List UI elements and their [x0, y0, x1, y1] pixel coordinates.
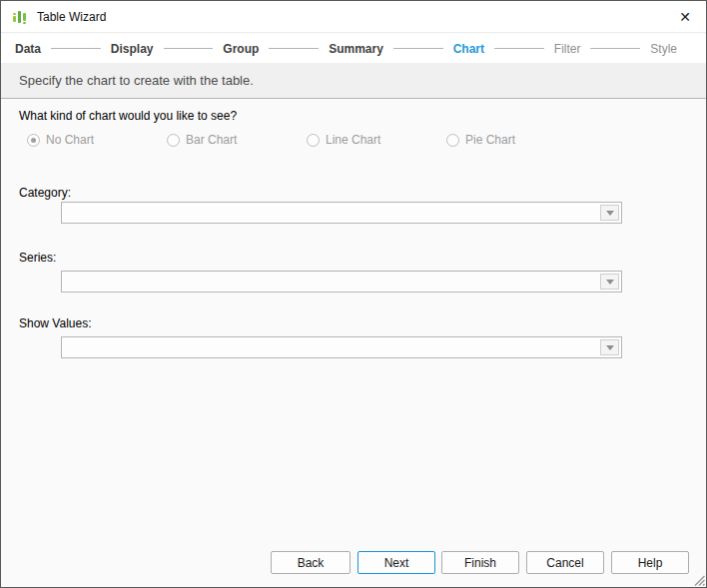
table-wizard-dialog: Table Wizard ✕ Data Display Group Summar…	[0, 0, 707, 588]
chart-type-question: What kind of chart would you like to see…	[19, 109, 237, 123]
banner-text: Specify the chart to create with the tab…	[19, 73, 254, 88]
chevron-down-icon	[606, 345, 614, 350]
category-dropdown[interactable]	[61, 202, 622, 224]
category-label: Category:	[19, 186, 71, 200]
chart-type-options: No Chart Bar Chart Line Chart Pie Chart	[27, 133, 586, 147]
window-title: Table Wizard	[37, 10, 106, 24]
table-wizard-chart-icon	[12, 9, 28, 25]
radio-label: No Chart	[46, 133, 94, 147]
step-chart[interactable]: Chart	[453, 42, 484, 56]
step-connector	[164, 48, 214, 49]
step-data[interactable]: Data	[15, 42, 41, 56]
wizard-step-nav: Data Display Group Summary Chart Filter …	[1, 34, 706, 63]
step-connector	[269, 48, 319, 49]
radio-label: Line Chart	[326, 133, 380, 147]
chevron-down-icon	[606, 211, 614, 216]
category-dropdown-button[interactable]	[600, 205, 619, 221]
radio-icon	[307, 134, 320, 147]
radio-selected-icon	[27, 134, 40, 147]
step-filter[interactable]: Filter	[554, 42, 581, 56]
show-values-dropdown[interactable]	[61, 336, 622, 358]
series-label: Series:	[19, 251, 56, 265]
step-connector	[494, 48, 544, 49]
radio-pie-chart[interactable]: Pie Chart	[446, 133, 586, 147]
finish-button[interactable]: Finish	[441, 551, 519, 574]
series-dropdown-button[interactable]	[600, 274, 619, 290]
step-display[interactable]: Display	[111, 42, 154, 56]
close-icon: ✕	[679, 9, 691, 25]
show-values-dropdown-button[interactable]	[600, 339, 619, 355]
step-summary[interactable]: Summary	[329, 42, 383, 56]
next-button[interactable]: Next	[357, 551, 435, 574]
radio-label: Bar Chart	[186, 133, 237, 147]
radio-line-chart[interactable]: Line Chart	[307, 133, 446, 147]
resize-grip[interactable]	[692, 573, 705, 586]
step-style[interactable]: Style	[650, 42, 677, 56]
description-banner: Specify the chart to create with the tab…	[1, 63, 706, 99]
close-button[interactable]: ✕	[670, 4, 700, 30]
help-button[interactable]: Help	[611, 551, 689, 574]
back-button[interactable]: Back	[271, 551, 351, 574]
step-group[interactable]: Group	[223, 42, 259, 56]
step-connector	[590, 48, 640, 49]
chevron-down-icon	[606, 280, 614, 285]
radio-bar-chart[interactable]: Bar Chart	[167, 133, 307, 147]
step-connector	[393, 48, 443, 49]
radio-no-chart[interactable]: No Chart	[27, 133, 167, 147]
step-connector	[51, 48, 101, 49]
show-values-label: Show Values:	[19, 316, 92, 330]
radio-icon	[167, 134, 180, 147]
radio-label: Pie Chart	[465, 133, 515, 147]
cancel-button[interactable]: Cancel	[526, 551, 604, 574]
series-dropdown[interactable]	[61, 271, 622, 293]
titlebar: Table Wizard ✕	[1, 1, 706, 33]
radio-icon	[446, 134, 459, 147]
